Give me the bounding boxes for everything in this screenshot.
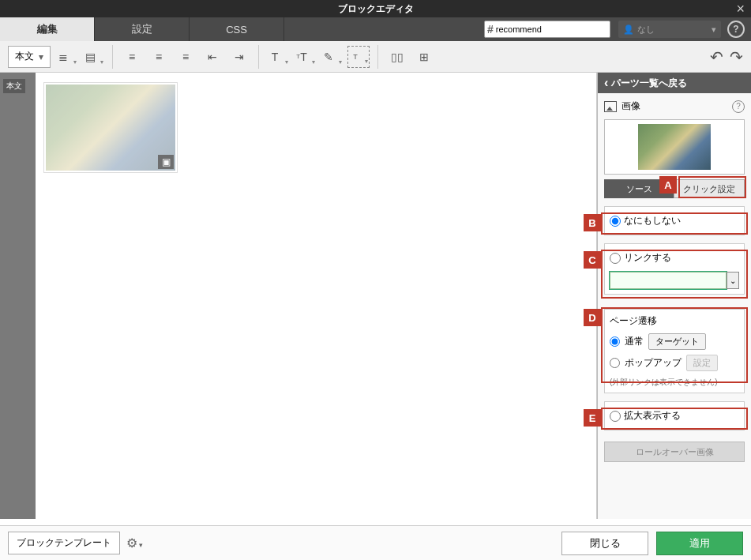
marker-c: C: [584, 251, 601, 269]
tag-field[interactable]: #: [484, 21, 610, 38]
window-title: ブロックエディタ: [338, 2, 414, 16]
target-button[interactable]: ターゲット: [648, 333, 706, 350]
undo-icon[interactable]: ↶: [710, 47, 723, 66]
sidebar-back[interactable]: パーツ一覧へ戻る: [598, 73, 751, 93]
panel-title: 画像: [621, 100, 640, 113]
divider: [377, 45, 378, 69]
align-center-icon[interactable]: ≡: [148, 46, 170, 68]
divider: [112, 45, 113, 69]
label-zoom: 拡大表示する: [624, 409, 681, 423]
option-do-nothing: なにもしない: [604, 206, 745, 235]
label-link: リンクする: [624, 251, 671, 265]
tab-settings[interactable]: 設定: [95, 17, 190, 41]
person-icon: 👤: [623, 24, 634, 35]
marker-a: A: [659, 176, 677, 194]
canvas-wrapper: 本文 ▣: [0, 73, 597, 519]
style-select[interactable]: 本文: [8, 46, 51, 68]
user-select[interactable]: 👤 なし: [618, 21, 721, 38]
indent-increase-icon[interactable]: ⇥: [228, 46, 250, 68]
option-link: リンクする ⌄: [604, 243, 745, 295]
close-icon[interactable]: ×: [736, 1, 745, 17]
marker-e: E: [584, 409, 601, 427]
user-select-label: なし: [637, 24, 655, 36]
gear-icon[interactable]: ⚙: [126, 536, 143, 551]
image-icon: [604, 101, 617, 112]
radio-popup[interactable]: [610, 358, 620, 368]
link-url-input[interactable]: [610, 272, 727, 289]
block-gutter: 本文: [0, 73, 36, 519]
page-transition-title: ページ遷移: [610, 314, 739, 328]
divider: [258, 45, 259, 69]
font-size-icon[interactable]: TT: [294, 46, 316, 68]
marker-b: B: [584, 214, 601, 231]
clear-format-icon[interactable]: T: [347, 46, 370, 68]
label-normal: 通常: [625, 335, 644, 348]
label-do-nothing: なにもしない: [624, 214, 681, 227]
main-area: 本文 ▣ パーツ一覧へ戻る 画像 ? A ソース: [0, 73, 751, 519]
hash-icon: #: [485, 23, 496, 36]
list-icon[interactable]: ≣: [55, 46, 77, 68]
toolbar: 本文 ≣ ▤ ≡ ≡ ≡ ⇤ ⇥ T TT ✎ T ▯▯ ⊞ ↶ ↷: [0, 41, 751, 73]
subtab-click-settings[interactable]: クリック設定: [674, 179, 745, 198]
preview-thumbnail: [638, 124, 711, 170]
image-thumbnail: [46, 85, 175, 171]
radio-normal[interactable]: [610, 336, 620, 347]
tab-css[interactable]: CSS: [190, 17, 284, 41]
columns-icon[interactable]: ▯▯: [386, 46, 408, 68]
font-icon[interactable]: T: [267, 46, 289, 68]
image-block[interactable]: ▣: [43, 82, 178, 173]
color-picker-icon[interactable]: ✎: [321, 46, 343, 68]
help-icon[interactable]: ?: [727, 21, 745, 38]
redo-icon[interactable]: ↷: [730, 47, 743, 66]
image-preview[interactable]: [604, 119, 745, 175]
close-button[interactable]: 閉じる: [561, 532, 648, 555]
rollover-image-button[interactable]: ロールオーバー画像: [604, 442, 745, 462]
radio-zoom[interactable]: [610, 411, 621, 422]
page-transition-note: (外部リンクは表示できません): [610, 377, 739, 388]
block-template-button[interactable]: ブロックテンプレート: [8, 532, 120, 554]
page-transition-group: ページ遷移 通常 ターゲット ポップアップ 設定 (外部リンクは表示できません): [604, 309, 745, 393]
main-tab-bar: 編集 設定 CSS # 👤 なし ?: [0, 17, 751, 41]
block-tag: 本文: [3, 79, 25, 93]
label-popup: ポップアップ: [625, 356, 682, 370]
option-zoom: 拡大表示する: [604, 401, 745, 430]
indent-decrease-icon[interactable]: ⇤: [201, 46, 223, 68]
panel-title-row: 画像 ?: [604, 100, 745, 113]
title-bar: ブロックエディタ ×: [0, 0, 751, 17]
layout-icon[interactable]: ⊞: [413, 46, 435, 68]
align-left-icon[interactable]: ≡: [121, 46, 143, 68]
align-right-icon[interactable]: ≡: [175, 46, 197, 68]
radio-link[interactable]: [610, 253, 621, 264]
tab-edit[interactable]: 編集: [0, 17, 95, 41]
marker-d: D: [584, 309, 601, 326]
radio-do-nothing[interactable]: [610, 216, 621, 227]
tag-input[interactable]: [496, 24, 591, 34]
image-type-icon: ▣: [158, 155, 174, 169]
link-dropdown-icon[interactable]: ⌄: [727, 272, 739, 289]
popup-settings-button[interactable]: 設定: [686, 355, 718, 371]
help-icon[interactable]: ?: [732, 100, 745, 113]
canvas[interactable]: ▣: [36, 73, 186, 519]
block-type-icon[interactable]: ▤: [82, 46, 104, 68]
apply-button[interactable]: 適用: [656, 532, 743, 555]
sidebar: パーツ一覧へ戻る 画像 ? A ソース クリック設定 B: [597, 73, 751, 519]
footer: ブロックテンプレート ⚙ 閉じる 適用: [0, 525, 751, 560]
